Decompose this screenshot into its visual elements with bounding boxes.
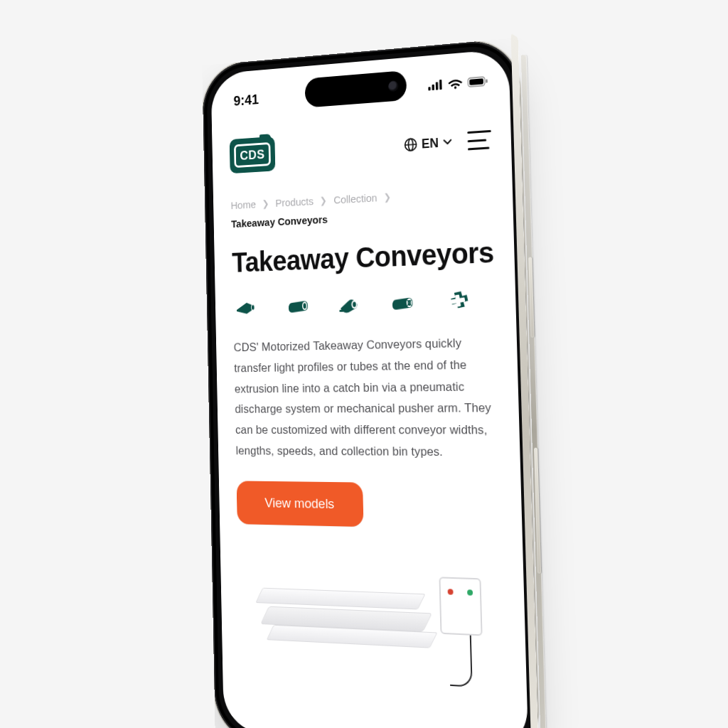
brand-logo-text: CDS xyxy=(234,142,271,168)
profile-roller-icon xyxy=(234,296,259,320)
breadcrumb-link[interactable]: Home xyxy=(230,198,256,211)
mockup-scene: 9:41 xyxy=(0,0,728,728)
product-image xyxy=(238,562,507,705)
chevron-right-icon: ❯ xyxy=(384,191,392,203)
svg-rect-5 xyxy=(469,78,483,85)
tube-roller-icon xyxy=(284,294,311,318)
brand-logo[interactable]: CDS xyxy=(230,136,276,173)
phone-screen: 9:41 xyxy=(210,49,528,728)
breadcrumb-link[interactable]: Collection xyxy=(333,191,378,205)
chevron-right-icon: ❯ xyxy=(262,198,269,209)
chevron-right-icon: ❯ xyxy=(320,195,327,205)
medical-cross-icon xyxy=(444,289,472,314)
battery-icon xyxy=(467,76,488,88)
view-models-button[interactable]: View models xyxy=(237,481,364,527)
globe-icon xyxy=(404,137,418,152)
svg-rect-2 xyxy=(436,82,439,90)
page-content: CDS EN xyxy=(212,109,528,728)
language-code: EN xyxy=(422,135,439,151)
svg-rect-0 xyxy=(428,87,430,90)
status-time: 9:41 xyxy=(233,91,259,109)
svg-line-9 xyxy=(405,144,417,145)
wifi-icon xyxy=(448,77,463,90)
svg-rect-1 xyxy=(432,85,434,90)
cellular-icon xyxy=(428,80,444,91)
category-icon-row xyxy=(232,285,496,338)
phone-frame: 9:41 xyxy=(202,38,539,728)
gasket-profile-icon xyxy=(336,292,363,317)
chevron-down-icon xyxy=(443,139,453,146)
breadcrumb-link[interactable]: Products xyxy=(275,195,314,208)
svg-rect-3 xyxy=(439,80,442,90)
menu-button[interactable] xyxy=(467,130,491,151)
phone-device: 9:41 xyxy=(202,38,539,728)
control-panel-icon xyxy=(439,577,483,636)
page-description: CDS' Motorized Takeaway Conveyors quickl… xyxy=(233,332,500,484)
capped-tube-icon xyxy=(390,290,417,315)
svg-rect-6 xyxy=(486,79,487,82)
breadcrumb-current: Takeaway Conveyors xyxy=(231,213,328,230)
svg-rect-16 xyxy=(339,309,348,311)
front-camera-icon xyxy=(388,80,399,92)
language-selector[interactable]: EN xyxy=(404,134,453,153)
